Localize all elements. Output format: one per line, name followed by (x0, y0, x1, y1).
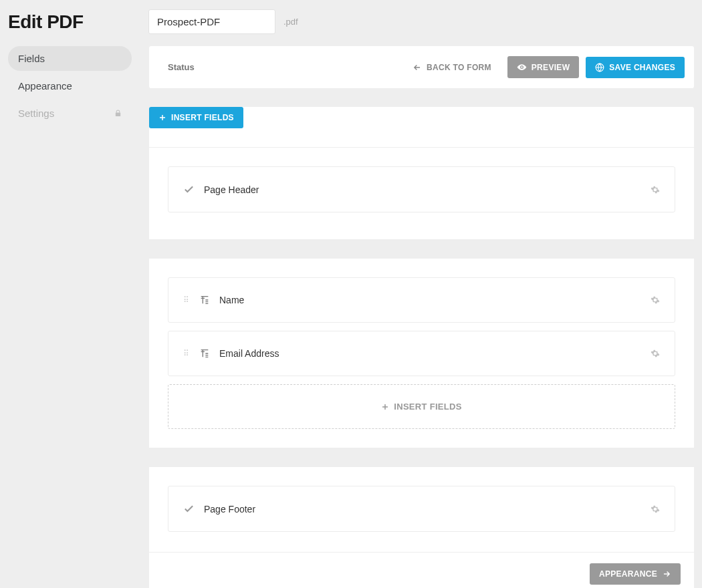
arrow-right-icon (662, 569, 671, 579)
plus-icon (158, 114, 166, 122)
gear-icon[interactable] (651, 349, 660, 358)
insert-fields-button[interactable]: INSERT FIELDS (149, 107, 243, 128)
sidebar-item-label: Fields (18, 53, 45, 64)
globe-icon (595, 63, 604, 72)
sidebar-item-fields[interactable]: Fields (8, 46, 132, 71)
lock-icon (114, 109, 122, 118)
drag-handle-icon[interactable]: ⠿ (183, 295, 190, 305)
gear-icon[interactable] (651, 295, 660, 305)
appearance-next-button[interactable]: APPEARANCE (590, 563, 681, 585)
sidebar-item-appearance[interactable]: Appearance (8, 74, 132, 98)
sidebar-item-label: Settings (18, 108, 54, 119)
main-content: Status BACK TO FORM PREVIEW SAVE CHANGES (149, 46, 694, 588)
save-changes-button[interactable]: SAVE CHANGES (586, 57, 685, 78)
filename-input[interactable] (148, 9, 275, 34)
arrow-left-icon (413, 63, 422, 72)
check-icon (183, 503, 195, 514)
preview-button[interactable]: PREVIEW (507, 56, 579, 78)
plus-icon (381, 403, 389, 411)
back-to-form-button[interactable]: BACK TO FORM (403, 57, 501, 78)
status-bar: Status BACK TO FORM PREVIEW SAVE CHANGES (149, 46, 694, 88)
gear-icon[interactable] (651, 185, 660, 194)
card-label: Name (219, 295, 244, 305)
field-card-email[interactable]: ⠿ Email Address (168, 331, 675, 376)
eye-icon (517, 62, 527, 72)
insert-fields-zone[interactable]: INSERT FIELDS (168, 384, 675, 429)
page-footer-card[interactable]: Page Footer (168, 486, 675, 532)
fields-panel: INSERT FIELDS Page Header ⠿ (149, 107, 694, 588)
sidebar-item-settings: Settings (8, 101, 132, 126)
card-label: Email Address (219, 348, 279, 359)
check-icon (183, 184, 195, 195)
page-header-card[interactable]: Page Header (168, 166, 675, 212)
gear-icon[interactable] (651, 504, 660, 514)
status-label: Status (168, 62, 396, 72)
field-card-name[interactable]: ⠿ Name (168, 277, 675, 323)
file-extension: .pdf (283, 17, 298, 27)
text-field-icon (199, 348, 210, 359)
sidebar-item-label: Appearance (18, 80, 72, 92)
sidebar: Fields Appearance Settings (8, 46, 132, 588)
page-title: Edit PDF (8, 11, 148, 33)
text-field-icon (199, 295, 210, 305)
card-label: Page Header (204, 184, 259, 195)
drag-handle-icon[interactable]: ⠿ (183, 349, 190, 358)
card-label: Page Footer (204, 504, 255, 514)
